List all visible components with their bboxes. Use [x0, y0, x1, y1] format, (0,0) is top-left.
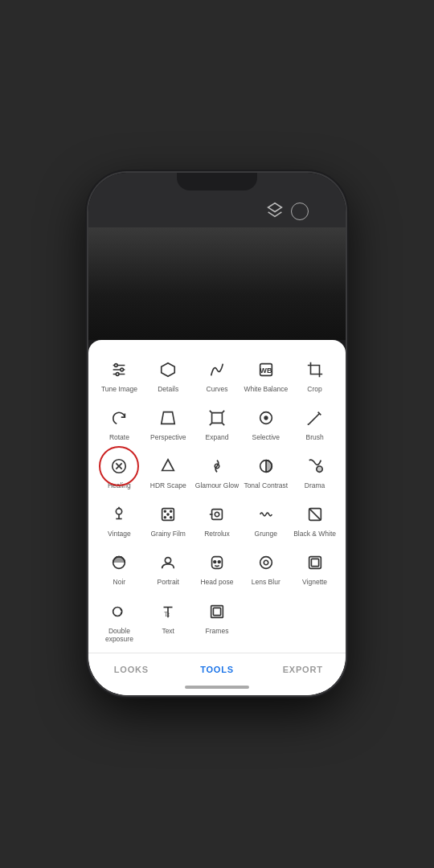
svg-point-35: [170, 517, 172, 518]
portrait-icon: [156, 551, 180, 575]
grainy-film-label: Grainy Film: [150, 530, 185, 538]
svg-point-31: [165, 511, 166, 513]
svg-point-17: [264, 416, 268, 420]
frames-label: Frames: [206, 627, 229, 635]
grainy-film-icon: [156, 502, 180, 526]
svg-point-34: [165, 517, 166, 518]
tune-image-label: Tune Image: [101, 385, 137, 393]
svg-point-50: [113, 607, 122, 616]
svg-rect-36: [212, 510, 223, 520]
grunge-label: Grunge: [255, 530, 277, 538]
tool-tonal-contrast[interactable]: Tonal Contrast: [241, 448, 290, 496]
more-icon[interactable]: [317, 203, 334, 220]
tool-crop[interactable]: Crop: [290, 351, 339, 399]
svg-point-26: [117, 509, 122, 514]
tool-expand[interactable]: Expand: [193, 399, 242, 448]
white-balance-icon: WB: [254, 358, 278, 382]
vignette-icon: [303, 551, 327, 575]
svg-point-32: [167, 514, 169, 515]
glamour-glow-icon: [205, 454, 229, 478]
white-balance-label: White Balance: [244, 385, 288, 393]
svg-point-42: [166, 558, 171, 563]
portrait-label: Portrait: [157, 578, 178, 586]
tool-grunge[interactable]: Grunge: [241, 496, 290, 544]
tool-text[interactable]: TtText: [144, 593, 193, 649]
svg-line-14: [210, 423, 212, 425]
tab-export[interactable]: EXPORT: [260, 661, 346, 678]
grunge-icon: [254, 502, 278, 526]
hdr-scape-label: HDR Scape: [150, 481, 186, 489]
rotate-icon: [107, 406, 131, 430]
lens-blur-icon: [254, 551, 278, 575]
image-gradient: [88, 227, 346, 340]
svg-line-15: [222, 423, 224, 425]
svg-line-20: [117, 463, 122, 469]
svg-line-13: [222, 411, 224, 413]
tool-black-white[interactable]: Black & White: [290, 496, 339, 544]
tool-retrolux[interactable]: Retrolux: [193, 496, 242, 544]
tool-rotate[interactable]: Rotate: [95, 399, 144, 448]
tool-hdr-scape[interactable]: HDR Scape: [144, 448, 193, 496]
bottom-tabs: LOOKSTOOLSEXPORT: [88, 653, 346, 682]
info-icon[interactable]: [291, 203, 309, 220]
svg-marker-7: [162, 362, 175, 376]
black-white-label: Black & White: [293, 530, 336, 538]
tab-tools[interactable]: TOOLS: [174, 661, 260, 678]
svg-point-25: [316, 466, 321, 472]
expand-icon: [205, 406, 229, 430]
tool-head-pose[interactable]: Head pose: [193, 544, 242, 592]
svg-point-33: [170, 511, 172, 513]
svg-point-5: [121, 368, 124, 371]
details-icon: [156, 358, 180, 382]
tool-vintage[interactable]: Vintage: [95, 496, 144, 544]
crop-label: Crop: [307, 385, 321, 393]
tool-selective[interactable]: Selective: [241, 399, 290, 448]
selective-icon: [254, 406, 278, 430]
perspective-label: Perspective: [150, 433, 186, 441]
image-area: [88, 227, 346, 340]
tool-details[interactable]: Details: [144, 351, 193, 399]
tool-perspective[interactable]: Perspective: [144, 399, 193, 448]
svg-text:Tt: Tt: [165, 611, 170, 618]
tool-healing[interactable]: Healing: [95, 448, 144, 496]
notch: [177, 173, 257, 190]
head-pose-label: Head pose: [200, 578, 233, 586]
retrolux-label: Retrolux: [204, 530, 230, 538]
tonal-contrast-icon: [254, 454, 278, 478]
svg-point-45: [218, 561, 220, 563]
tonal-contrast-label: Tonal Contrast: [244, 481, 288, 489]
tool-white-balance[interactable]: WBWhite Balance: [241, 351, 290, 399]
phone-screen: Tune ImageDetailsCurvesWBWhite BalanceCr…: [88, 173, 346, 695]
tool-noir[interactable]: Noir: [95, 544, 144, 592]
text-icon: Tt: [156, 600, 180, 624]
tab-looks[interactable]: LOOKS: [88, 661, 174, 678]
tool-double-exposure[interactable]: Double exposure: [95, 593, 144, 649]
svg-line-19: [117, 463, 122, 469]
expand-label: Expand: [206, 433, 229, 441]
vintage-icon: [107, 502, 131, 526]
tool-curves[interactable]: Curves: [193, 351, 242, 399]
tool-glamour-glow[interactable]: Glamour Glow: [193, 448, 242, 496]
double-exposure-icon: [107, 600, 131, 624]
tool-lens-blur[interactable]: Lens Blur: [241, 544, 290, 592]
tool-portrait[interactable]: Portrait: [144, 544, 193, 592]
tool-grainy-film[interactable]: Grainy Film: [144, 496, 193, 544]
retrolux-icon: [205, 502, 229, 526]
top-bar-actions: [267, 202, 334, 221]
drama-label: Drama: [305, 481, 326, 489]
tool-brush[interactable]: Brush: [290, 399, 339, 448]
curves-label: Curves: [207, 385, 228, 393]
text-label: Text: [162, 627, 174, 635]
top-bar: [88, 197, 346, 227]
layers-icon[interactable]: [267, 202, 283, 221]
tool-vignette[interactable]: Vignette: [290, 544, 339, 592]
tool-drama[interactable]: Drama: [290, 448, 339, 496]
tool-frames[interactable]: Frames: [193, 593, 242, 649]
svg-point-6: [117, 372, 120, 375]
svg-marker-10: [162, 412, 175, 424]
svg-rect-11: [212, 412, 223, 423]
brush-label: Brush: [305, 433, 323, 441]
tool-tune-image[interactable]: Tune Image: [95, 351, 144, 399]
tools-panel: Tune ImageDetailsCurvesWBWhite BalanceCr…: [88, 340, 346, 695]
brush-icon: [303, 406, 327, 430]
